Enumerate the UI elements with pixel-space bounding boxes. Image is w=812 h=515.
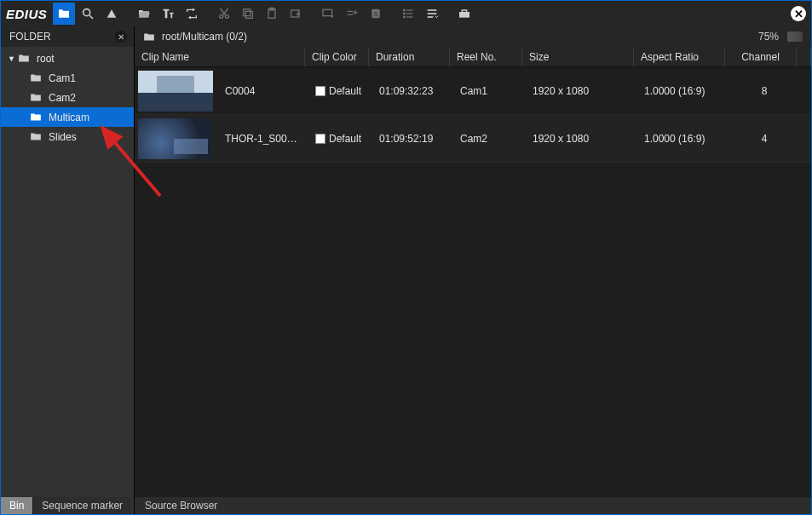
breadcrumb-path: root/Multicam (0/2) (162, 31, 758, 43)
svg-text:S: S (374, 10, 378, 18)
folder-icon (143, 32, 157, 42)
tree-item-slides[interactable]: Slides (1, 127, 134, 146)
add-to-icon[interactable] (341, 3, 363, 25)
cut-icon[interactable] (213, 3, 235, 25)
svg-point-16 (404, 16, 406, 18)
folder-icon[interactable] (53, 3, 75, 25)
folder-icon (18, 54, 32, 63)
col-reel[interactable]: Reel No. (450, 47, 522, 66)
svg-rect-9 (323, 9, 332, 15)
col-clip-color[interactable]: Clip Color (305, 47, 369, 66)
clip-panel: root/Multicam (0/2) 75% Clip Name Clip C… (134, 26, 811, 514)
table-row[interactable]: THOR-1_S001_S0... Default 01:09:52:19 Ca… (135, 115, 811, 163)
svg-line-1 (89, 15, 93, 19)
tree-item-cam2[interactable]: Cam2 (1, 88, 134, 107)
col-duration[interactable]: Duration (369, 47, 450, 66)
clip-reel: Cam1 (453, 85, 526, 97)
folder-icon (30, 132, 43, 141)
zoom-slider[interactable] (787, 31, 803, 42)
svg-point-0 (84, 9, 90, 16)
breadcrumb: root/Multicam (0/2) 75% (135, 26, 811, 47)
content-footer: Source Browser (135, 497, 811, 514)
col-channel[interactable]: Channel (725, 47, 797, 66)
clip-name: C0004 (218, 85, 308, 97)
close-icon[interactable]: ✕ (115, 31, 127, 43)
zoom-value: 75% (758, 31, 779, 43)
table-header: Clip Name Clip Color Duration Reel No. S… (135, 47, 811, 67)
clip-color: Default (308, 85, 372, 97)
clip-thumbnail[interactable] (138, 71, 213, 112)
col-aspect-ratio[interactable]: Aspect Ratio (634, 47, 725, 66)
clip-reel: Cam2 (453, 133, 526, 145)
title-icon[interactable] (157, 3, 179, 25)
color-swatch (315, 134, 325, 144)
clip-duration: 01:09:32:23 (372, 85, 453, 97)
clip-channel: 8 (728, 85, 800, 97)
open-folder-icon[interactable] (133, 3, 155, 25)
color-swatch (315, 86, 325, 96)
col-clip-name[interactable]: Clip Name (135, 47, 305, 66)
clip-color: Default (308, 133, 372, 145)
clip-channel: 4 (728, 133, 800, 145)
col-size[interactable]: Size (522, 47, 634, 66)
tree-root[interactable]: ▼ root (1, 49, 134, 68)
folder-tree: ▼ root Cam1 Cam2 Multicam (1, 47, 134, 497)
folder-panel-header: FOLDER ✕ (1, 26, 134, 47)
tree-item-cam1[interactable]: Cam1 (1, 68, 134, 88)
clip-aspect-ratio: 1.0000 (16:9) (637, 85, 728, 97)
table-row[interactable]: C0004 Default 01:09:32:23 Cam1 1920 x 10… (135, 67, 811, 115)
clip-size: 1920 x 1080 (526, 133, 637, 145)
col-spacer (797, 47, 811, 66)
tree-item-label: Cam2 (49, 92, 76, 104)
clip-thumbnail[interactable] (138, 118, 213, 159)
tab-bin[interactable]: Bin (1, 497, 32, 514)
close-icon[interactable]: ✕ (791, 6, 806, 21)
copy-icon[interactable] (237, 3, 259, 25)
cycle-icon[interactable] (181, 3, 203, 25)
detail-view-icon[interactable] (421, 3, 443, 25)
clip-table: Clip Name Clip Color Duration Reel No. S… (135, 47, 811, 497)
shield-icon[interactable]: S (365, 3, 387, 25)
clip-size: 1920 x 1080 (526, 85, 637, 97)
svg-rect-5 (246, 11, 253, 18)
tree-root-label: root (37, 53, 55, 65)
app-title: EDIUS (6, 7, 47, 21)
main-toolbar: EDIUS S ✕ (1, 1, 811, 26)
tree-item-label: Slides (49, 131, 77, 143)
folder-icon (30, 73, 43, 83)
clip-duration: 01:09:52:19 (372, 133, 453, 145)
paste-icon[interactable] (261, 3, 283, 25)
tree-item-multicam[interactable]: Multicam (1, 107, 134, 127)
tree-item-label: Cam1 (49, 72, 76, 84)
tab-source-browser[interactable]: Source Browser (136, 497, 226, 514)
search-icon[interactable] (77, 3, 99, 25)
add-display-icon[interactable] (317, 3, 339, 25)
up-triangle-icon[interactable] (101, 3, 123, 25)
svg-rect-4 (244, 9, 251, 16)
toolbox-icon[interactable] (453, 3, 475, 25)
folder-icon (30, 112, 43, 122)
tab-sequence-marker[interactable]: Sequence marker (32, 497, 131, 514)
chevron-down-icon[interactable]: ▼ (8, 54, 18, 63)
tree-item-label: Multicam (49, 112, 89, 123)
clip-name: THOR-1_S001_S0... (218, 133, 308, 145)
folder-panel: FOLDER ✕ ▼ root Cam1 Cam2 (1, 26, 134, 514)
export-icon[interactable] (285, 3, 307, 25)
clip-aspect-ratio: 1.0000 (16:9) (637, 133, 728, 145)
svg-point-14 (404, 13, 406, 14)
svg-point-12 (404, 9, 406, 11)
list-view-icon[interactable] (397, 3, 419, 25)
folder-panel-title: FOLDER (9, 31, 115, 43)
folder-icon (30, 93, 43, 102)
